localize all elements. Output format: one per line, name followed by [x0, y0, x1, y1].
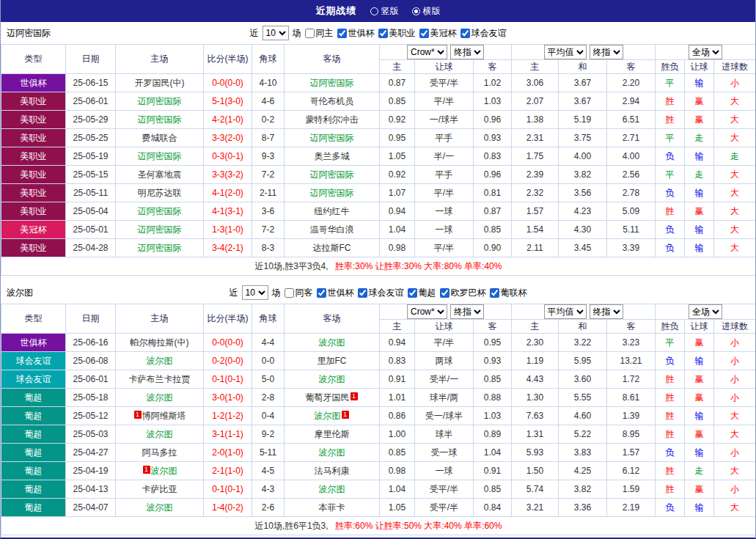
league-filter-checkbox[interactable]	[440, 288, 449, 298]
average-select[interactable]: 平均值	[544, 304, 587, 319]
score-link[interactable]: 5-1(3-0)	[212, 96, 243, 106]
bookmaker-stage-select[interactable]: 终指	[450, 45, 484, 59]
match-count-select[interactable]: 10	[263, 26, 289, 40]
league-filter[interactable]: 球会友谊	[460, 27, 507, 40]
score-link[interactable]: 0-0(0-0)	[212, 337, 243, 348]
team-link[interactable]: 开罗国民(中)	[135, 78, 185, 88]
league-filter[interactable]: 美职业	[378, 27, 416, 40]
league-filter-checkbox[interactable]	[317, 288, 326, 298]
team-link[interactable]: 迈阿密国际	[138, 96, 182, 106]
team-link[interactable]: 奥兰多城	[315, 151, 350, 161]
same-venue-checkbox[interactable]	[305, 29, 315, 38]
team-link[interactable]: 费城联合	[142, 133, 177, 143]
team-link[interactable]: 蒙特利尔冲击	[306, 114, 359, 125]
team-link[interactable]: 葡萄牙国民	[306, 392, 350, 403]
league-filter-checkbox[interactable]	[337, 29, 347, 38]
team-link[interactable]: 达拉斯FC	[313, 243, 351, 253]
score-link[interactable]: 0-3(0-1)	[212, 151, 243, 161]
league-filter[interactable]: 世俱杯	[337, 27, 375, 40]
team-link[interactable]: 波尔图	[315, 411, 341, 421]
league-filter-checkbox[interactable]	[419, 29, 429, 38]
team-link[interactable]: 迈阿密国际	[310, 188, 354, 198]
league-filter-checkbox[interactable]	[358, 288, 367, 298]
team-link[interactable]: 迈阿密国际	[138, 114, 182, 125]
team-link[interactable]: 博阿维斯塔	[142, 411, 186, 421]
team-link[interactable]: 卡萨比亚	[142, 484, 177, 494]
score-link[interactable]: 3-4(2-1)	[212, 243, 243, 253]
team-link[interactable]: 温哥华白浪	[310, 224, 354, 235]
score-link[interactable]: 3-0(1-0)	[212, 392, 243, 403]
average-select[interactable]: 平均值	[544, 45, 587, 59]
score-link[interactable]: 0-1(0-1)	[212, 484, 243, 494]
score-link[interactable]: 4-2(1-0)	[212, 114, 243, 125]
team-link[interactable]: 波尔图	[151, 466, 177, 476]
score-link[interactable]: 3-3(3-2)	[212, 169, 243, 180]
league-filter-checkbox[interactable]	[408, 288, 417, 298]
league-filter[interactable]: 葡超	[408, 287, 436, 299]
score-link[interactable]: 4-1(3-1)	[212, 206, 243, 216]
league-filter[interactable]: 球会友谊	[358, 287, 404, 299]
scope-select[interactable]: 全场	[689, 304, 722, 319]
team-link[interactable]: 波尔图	[319, 484, 345, 494]
score-link[interactable]: 0-0(0-0)	[212, 78, 243, 88]
team-link[interactable]: 里加FC	[318, 356, 347, 366]
bookmaker-select[interactable]: Crow*	[407, 45, 447, 59]
team-link[interactable]: 帕尔梅拉斯(中)	[131, 337, 189, 348]
layout-option-horizontal[interactable]: 横版	[412, 5, 441, 18]
team-link[interactable]: 波尔图	[319, 337, 345, 348]
score-link[interactable]: 2-0(1-0)	[212, 447, 243, 458]
team-link[interactable]: 圣何塞地震	[138, 169, 182, 180]
same-venue-filter[interactable]: 同客	[285, 287, 313, 299]
score-link[interactable]: 3-3(2-0)	[212, 133, 243, 143]
team-link[interactable]: 本菲卡	[319, 502, 345, 513]
team-link[interactable]: 波尔图	[319, 447, 345, 458]
score-link[interactable]: 1-2(1-2)	[212, 411, 243, 421]
team-link[interactable]: 迈阿密国际	[310, 133, 354, 143]
league-filter-checkbox[interactable]	[460, 29, 470, 38]
team-link[interactable]: 迈阿密国际	[310, 169, 354, 180]
team-link[interactable]: 迈阿密国际	[138, 224, 182, 235]
team-link[interactable]: 波尔图	[147, 392, 173, 403]
score-link[interactable]: 3-1(1-1)	[212, 429, 243, 439]
layout-option-vertical[interactable]: 竖版	[370, 5, 399, 18]
match-row: 葡超25-04-27阿马多拉2-0(1-0)5-11波尔图0.85受一球1.04…	[1, 444, 756, 462]
league-filter-checkbox[interactable]	[378, 29, 388, 38]
team-link[interactable]: 卡萨布兰卡拉贾	[129, 374, 191, 384]
average-stage-select[interactable]: 终指	[590, 45, 623, 59]
bookmaker-select[interactable]: Crow*	[407, 304, 447, 319]
league-filter-checkbox[interactable]	[490, 288, 499, 298]
team-link[interactable]: 波尔图	[319, 374, 345, 384]
team-link[interactable]: 法马利康	[315, 466, 350, 476]
team-link[interactable]: 迈阿密国际	[310, 78, 354, 88]
league-filter[interactable]: 葡联杯	[490, 287, 527, 299]
league-filter[interactable]: 欧罗巴杯	[440, 287, 486, 299]
bookmaker-stage-select[interactable]: 终指	[450, 304, 484, 319]
score-link[interactable]: 2-1(1-0)	[212, 466, 243, 476]
score-link[interactable]: 1-4(0-2)	[212, 502, 243, 513]
scope-select[interactable]: 全场	[689, 45, 722, 59]
team-link[interactable]: 波尔图	[147, 502, 173, 513]
asian-away-odds-cell: 0.96	[474, 166, 512, 184]
team-link[interactable]: 迈阿密国际	[138, 151, 182, 161]
team-link[interactable]: 明尼苏达联	[138, 188, 182, 198]
team-link[interactable]: 阿马多拉	[142, 447, 177, 458]
team-link[interactable]: 纽约红牛	[315, 206, 350, 216]
score-link[interactable]: 1-3(1-0)	[212, 224, 243, 235]
result-goals-cell: 小	[714, 389, 756, 407]
team-link[interactable]: 迈阿密国际	[138, 243, 182, 253]
same-venue-filter[interactable]: 同主	[305, 27, 334, 40]
score-link[interactable]: 4-1(2-0)	[212, 188, 243, 198]
score-link[interactable]: 0-1(0-1)	[212, 374, 243, 384]
team-link[interactable]: 波尔图	[147, 429, 173, 439]
league-filter[interactable]: 世俱杯	[317, 287, 354, 299]
same-venue-checkbox[interactable]	[285, 288, 294, 298]
team-link[interactable]: 波尔图	[147, 356, 173, 366]
match-count-select[interactable]: 10	[242, 285, 268, 300]
average-stage-select[interactable]: 终指	[590, 304, 623, 319]
league-filter[interactable]: 美冠杯	[419, 27, 457, 40]
team-link[interactable]: 迈阿密国际	[138, 206, 182, 216]
team-link[interactable]: 摩里伦斯	[315, 429, 350, 439]
score-link[interactable]: 0-2(0-0)	[212, 356, 243, 366]
team-link[interactable]: 哥伦布机员	[310, 96, 354, 106]
result-wdl-cell: 胜	[656, 480, 685, 499]
